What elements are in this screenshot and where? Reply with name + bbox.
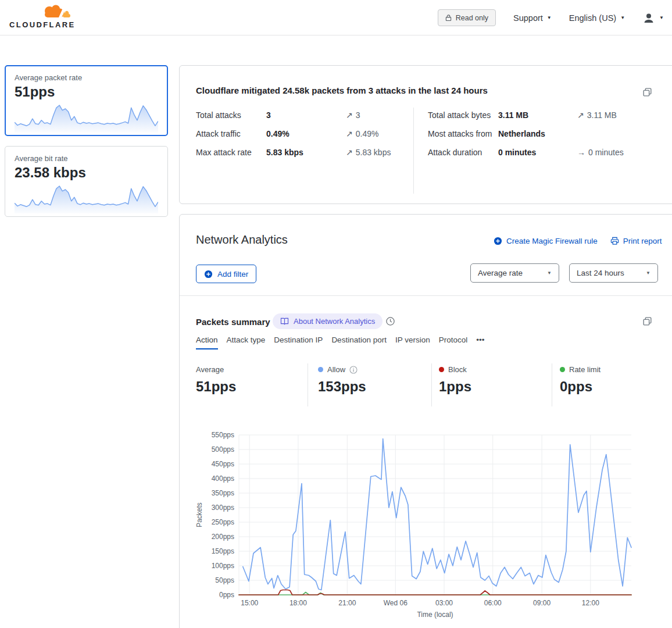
mitigation-title: Cloudflare mitigated 24.58k packets from… bbox=[196, 85, 488, 95]
block-value: 1pps bbox=[439, 379, 471, 395]
book-icon bbox=[280, 317, 289, 325]
stats-divider bbox=[431, 363, 432, 406]
plus-circle-icon bbox=[204, 270, 213, 279]
svg-text:15:00: 15:00 bbox=[241, 599, 258, 607]
time-range-select[interactable]: Last 24 hours ▼ bbox=[569, 263, 658, 283]
chevron-down-icon: ▼ bbox=[620, 15, 625, 20]
cloudflare-logo[interactable]: CLOUDFLARE bbox=[9, 4, 71, 31]
tab-destination-port[interactable]: Destination port bbox=[331, 336, 387, 349]
stat-label: Attack traffic bbox=[196, 127, 266, 141]
svg-text:550pps: 550pps bbox=[212, 431, 234, 439]
stat-trend: ↗3.11 MB bbox=[577, 109, 624, 122]
stat-label: Total attacks bbox=[196, 109, 266, 122]
stats-divider bbox=[308, 363, 308, 406]
svg-text:400pps: 400pps bbox=[212, 474, 234, 483]
time-info-icon[interactable] bbox=[385, 316, 395, 326]
svg-text:50pps: 50pps bbox=[215, 576, 234, 584]
stat-value: 0.49% bbox=[266, 127, 346, 141]
trend-up-icon: ↗ bbox=[577, 110, 584, 120]
svg-text:300pps: 300pps bbox=[212, 504, 234, 512]
trend-up-icon: ↗ bbox=[346, 129, 353, 138]
about-network-analytics-badge[interactable]: About Network Analytics bbox=[273, 313, 383, 329]
chevron-down-icon: ▼ bbox=[659, 15, 664, 20]
svg-text:350pps: 350pps bbox=[212, 489, 234, 497]
stats-divider bbox=[413, 108, 414, 194]
tab-ip-version[interactable]: IP version bbox=[395, 336, 430, 349]
stat-label: Total attack bytes bbox=[428, 109, 498, 122]
page-title: Network Analytics bbox=[196, 233, 288, 247]
stat-value: 0 minutes bbox=[498, 146, 577, 159]
chevron-down-icon: ▼ bbox=[646, 270, 650, 276]
metric-value: 23.58 kbps bbox=[15, 165, 158, 181]
stat-trend: ↗0.49% bbox=[346, 127, 391, 141]
stat-label: Attack duration bbox=[428, 146, 498, 159]
svg-text:250pps: 250pps bbox=[212, 518, 234, 526]
packets-summary-title: Packets summary bbox=[196, 317, 270, 327]
svg-text:06:00: 06:00 bbox=[484, 599, 502, 607]
stat-value: Netherlands bbox=[498, 127, 577, 141]
rate-limit-dot bbox=[560, 367, 565, 372]
account-menu[interactable]: ▼ bbox=[642, 12, 664, 24]
stat-trend: →0 minutes bbox=[577, 146, 624, 159]
copy-link-icon[interactable] bbox=[642, 87, 653, 98]
stat-allow: Allow 153pps bbox=[318, 362, 366, 409]
network-analytics-card: Network Analytics Create Magic Firewall … bbox=[179, 214, 672, 628]
svg-text:150pps: 150pps bbox=[212, 547, 234, 555]
copy-link-icon[interactable] bbox=[642, 316, 653, 327]
plus-circle-icon bbox=[494, 237, 502, 245]
chevron-down-icon: ▼ bbox=[547, 270, 552, 276]
packet-rate-sparkline bbox=[15, 104, 158, 134]
metric-card-bit-rate[interactable]: Average bit rate 23.58 kbps bbox=[5, 146, 168, 217]
print-report-link[interactable]: Print report bbox=[610, 237, 662, 245]
trend-up-icon: ↗ bbox=[346, 110, 353, 120]
bit-rate-sparkline bbox=[15, 184, 158, 215]
average-value: 51pps bbox=[196, 379, 236, 395]
support-menu[interactable]: Support ▼ bbox=[513, 13, 552, 23]
rate-limit-value: 0pps bbox=[560, 379, 600, 395]
allow-dot bbox=[318, 367, 323, 372]
create-magic-firewall-rule-link[interactable]: Create Magic Firewall rule bbox=[494, 237, 598, 245]
summary-tabs: Action Attack type Destination IP Destin… bbox=[196, 336, 484, 349]
more-tabs-button[interactable]: ••• bbox=[476, 336, 484, 349]
svg-text:450pps: 450pps bbox=[212, 460, 234, 468]
svg-text:Packets: Packets bbox=[195, 502, 203, 527]
metric-card-packet-rate[interactable]: Average packet rate 51pps bbox=[5, 65, 168, 136]
svg-text:200pps: 200pps bbox=[212, 533, 234, 541]
svg-text:21:00: 21:00 bbox=[338, 599, 356, 607]
read-only-label: Read only bbox=[456, 14, 488, 22]
stat-value: 3.11 MB bbox=[498, 109, 577, 122]
trend-up-icon: ↗ bbox=[346, 148, 353, 157]
stat-label: Max attack rate bbox=[196, 146, 266, 159]
stat-trend: ↗5.83 kbps bbox=[346, 146, 391, 159]
trend-right-icon: → bbox=[577, 148, 585, 157]
stat-trend: ↗3 bbox=[346, 109, 391, 122]
read-only-badge: Read only bbox=[438, 9, 496, 26]
tab-action[interactable]: Action bbox=[196, 336, 218, 349]
block-dot bbox=[439, 367, 444, 372]
user-icon bbox=[642, 12, 655, 24]
metric-label: Average packet rate bbox=[15, 73, 158, 82]
top-nav: CLOUDFLARE Read only Support ▼ English (… bbox=[0, 0, 672, 35]
printer-icon bbox=[610, 237, 619, 245]
allow-value: 153pps bbox=[318, 379, 366, 395]
language-menu[interactable]: English (US) ▼ bbox=[569, 13, 625, 23]
brand-wordmark: CLOUDFLARE bbox=[9, 20, 76, 29]
tab-attack-type[interactable]: Attack type bbox=[227, 336, 266, 349]
stats-divider bbox=[552, 363, 552, 406]
info-icon[interactable] bbox=[349, 366, 358, 374]
attack-stats-left: Total attacks 3 ↗3 Attack traffic 0.49% … bbox=[196, 109, 391, 159]
svg-text:03:00: 03:00 bbox=[435, 599, 453, 607]
tab-destination-ip[interactable]: Destination IP bbox=[274, 336, 323, 349]
attack-stats-right: Total attack bytes 3.11 MB ↗3.11 MB Most… bbox=[428, 109, 624, 159]
metric-value: 51pps bbox=[15, 84, 158, 100]
packets-time-series-chart[interactable]: 550pps500pps450pps400pps350pps300pps250p… bbox=[192, 430, 638, 622]
tab-protocol[interactable]: Protocol bbox=[439, 336, 468, 349]
svg-text:0pps: 0pps bbox=[219, 591, 234, 599]
cloudflare-cloud-icon bbox=[41, 4, 71, 19]
stat-average: Average 51pps bbox=[196, 362, 236, 409]
metric-select[interactable]: Average rate ▼ bbox=[470, 263, 559, 283]
svg-text:Time (local): Time (local) bbox=[417, 611, 453, 619]
stat-label: Most attacks from bbox=[428, 127, 498, 141]
add-filter-button[interactable]: Add filter bbox=[196, 265, 256, 283]
svg-text:09:00: 09:00 bbox=[533, 599, 551, 607]
